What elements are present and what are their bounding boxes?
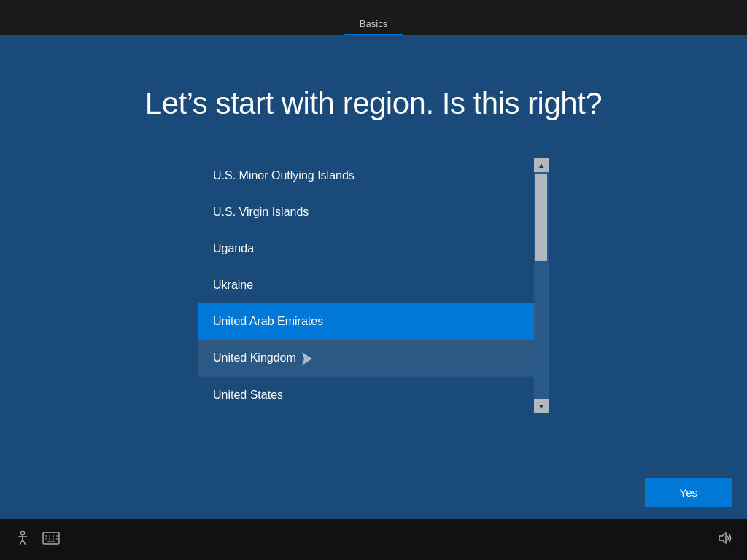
svg-marker-16	[719, 533, 726, 543]
basics-tab: Basics	[345, 12, 402, 35]
list-item-us-minor[interactable]: U.S. Minor Outlying Islands	[198, 158, 534, 194]
scrollbar-arrow-down[interactable]: ▼	[534, 399, 549, 413]
yes-button-container: Yes	[645, 478, 732, 508]
scrollbar-thumb[interactable]	[535, 174, 547, 261]
list-item-uganda[interactable]: Uganda	[198, 230, 534, 267]
scrollbar-arrow-up[interactable]: ▲	[534, 158, 549, 172]
list-item-us-virgin[interactable]: U.S. Virgin Islands	[198, 194, 534, 230]
list-item-uk[interactable]: United Kingdom	[198, 340, 534, 377]
svg-point-1	[21, 531, 25, 534]
region-list[interactable]: U.S. Minor Outlying IslandsU.S. Virgin I…	[198, 158, 534, 413]
scrollbar-track[interactable]: ▲ ▼	[534, 158, 549, 413]
yes-button[interactable]: Yes	[645, 478, 732, 508]
list-item-us[interactable]: United States	[198, 377, 534, 413]
bottom-bar	[0, 519, 747, 560]
page-heading: Let’s start with region. Is this right?	[145, 86, 602, 121]
top-bar: Basics	[0, 0, 747, 35]
main-content: Let’s start with region. Is this right? …	[0, 35, 747, 413]
list-item-ukraine[interactable]: Ukraine	[198, 267, 534, 303]
svg-line-4	[20, 540, 23, 545]
svg-marker-0	[302, 352, 312, 365]
volume-icon[interactable]	[716, 533, 732, 549]
svg-line-5	[23, 540, 26, 545]
list-item-uae[interactable]: United Arab Emirates	[198, 303, 534, 340]
keyboard-icon[interactable]	[42, 532, 60, 548]
basics-tab-label: Basics	[360, 18, 387, 29]
accessibility-icon[interactable]	[15, 530, 31, 550]
bottom-right-icons	[716, 530, 732, 550]
region-list-wrapper: U.S. Minor Outlying IslandsU.S. Virgin I…	[198, 158, 549, 413]
cursor-indicator	[302, 351, 312, 365]
bottom-left-icons	[15, 530, 60, 550]
